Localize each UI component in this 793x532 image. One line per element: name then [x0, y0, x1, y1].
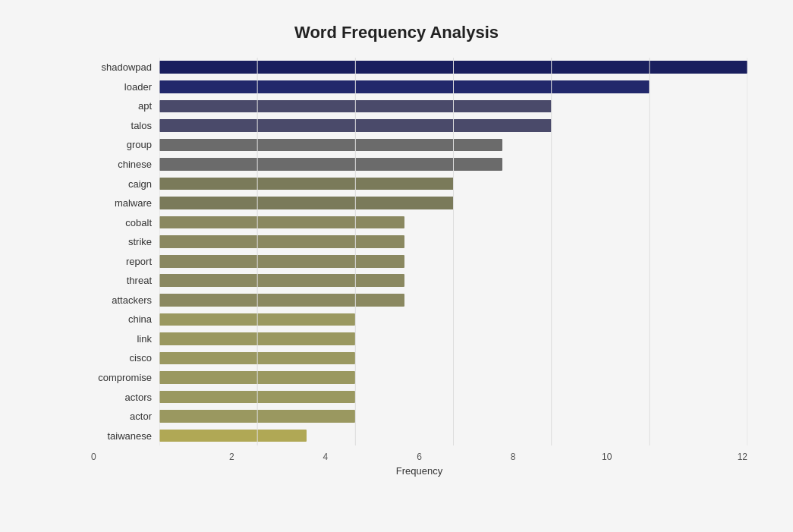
bar-track — [159, 410, 747, 423]
bar-track — [159, 371, 747, 384]
bar-label: talos — [91, 120, 159, 131]
bar-track — [159, 313, 747, 326]
x-tick: 8 — [466, 452, 560, 462]
bar-track — [159, 235, 747, 248]
x-tick: 2 — [185, 452, 279, 462]
bar-row: taiwanese — [91, 426, 747, 445]
x-tick: 0 — [91, 452, 185, 462]
bar-label: actor — [91, 411, 159, 422]
bar-label: attackers — [91, 294, 159, 306]
bar-row: cobalt — [91, 212, 747, 232]
bar-fill — [159, 313, 355, 326]
bar-row: group — [91, 135, 747, 155]
bar-fill — [159, 216, 404, 229]
bar-label: strike — [91, 236, 159, 247]
bar-fill — [159, 294, 404, 307]
bar-track — [159, 274, 747, 287]
bar-row: talos — [91, 116, 747, 136]
bar-row: strike — [91, 232, 747, 252]
bar-fill — [159, 410, 355, 423]
bar-row: compromise — [91, 368, 747, 388]
bar-track — [159, 197, 747, 209]
bar-label: chinese — [91, 159, 159, 170]
bar-track — [159, 216, 747, 229]
bar-track — [159, 430, 747, 442]
bar-track — [159, 352, 747, 365]
bar-row: attackers — [91, 291, 747, 310]
bar-fill — [159, 119, 552, 132]
bar-track — [159, 100, 747, 113]
x-tick: 4 — [278, 452, 373, 462]
bar-label: threat — [91, 275, 159, 286]
bar-label: taiwanese — [91, 430, 159, 442]
bar-fill — [159, 139, 502, 152]
bar-row: actor — [91, 407, 747, 427]
bar-fill — [159, 61, 747, 74]
x-tick: 12 — [653, 452, 747, 462]
bar-row: apt — [91, 96, 747, 116]
bar-row: threat — [91, 271, 747, 291]
x-axis-label: Frequency — [91, 465, 747, 477]
bar-label: cisco — [91, 352, 159, 364]
bar-fill — [159, 80, 650, 93]
bar-fill — [159, 100, 552, 113]
bar-label: compromise — [91, 372, 159, 383]
bar-fill — [159, 158, 502, 171]
x-tick: 10 — [560, 452, 654, 462]
bar-row: china — [91, 310, 747, 329]
bar-track — [159, 158, 747, 171]
x-tick: 6 — [373, 452, 467, 462]
bar-label: report — [91, 256, 159, 267]
bar-label: malware — [91, 197, 159, 209]
bar-track — [159, 294, 747, 307]
bar-fill — [159, 235, 404, 248]
bar-label: link — [91, 333, 159, 345]
bar-label: apt — [91, 100, 159, 112]
bar-track — [159, 391, 747, 404]
bar-label: cobalt — [91, 217, 159, 228]
bar-label: caign — [91, 178, 159, 190]
bar-label: china — [91, 313, 159, 325]
bar-fill — [159, 371, 355, 384]
chart-title: Word Frequency Analysis — [46, 23, 747, 42]
bar-label: actors — [91, 392, 159, 403]
bar-row: link — [91, 329, 747, 349]
bar-track — [159, 80, 747, 93]
bar-fill — [159, 352, 355, 365]
bar-row: shadowpad — [91, 58, 747, 77]
bar-row: malware — [91, 194, 747, 213]
bar-row: loader — [91, 77, 747, 97]
bar-row: report — [91, 251, 747, 271]
bar-fill — [159, 255, 404, 268]
bar-fill — [159, 332, 355, 345]
bar-fill — [159, 430, 307, 442]
bar-label: loader — [91, 81, 159, 93]
bar-row: actors — [91, 387, 747, 407]
bar-label: shadowpad — [91, 61, 159, 73]
bar-label: group — [91, 139, 159, 150]
bar-fill — [159, 391, 355, 404]
bar-track — [159, 119, 747, 132]
bar-track — [159, 255, 747, 268]
chart-container: Word Frequency Analysis shadowpadloadera… — [0, 0, 793, 532]
bar-fill — [159, 274, 404, 287]
bar-track — [159, 61, 747, 74]
bar-row: cisco — [91, 348, 747, 368]
bar-row: caign — [91, 174, 747, 194]
bar-row: chinese — [91, 155, 747, 175]
bar-fill — [159, 197, 454, 209]
bar-track — [159, 178, 747, 190]
bar-track — [159, 332, 747, 345]
bar-track — [159, 139, 747, 152]
bar-fill — [159, 178, 454, 190]
